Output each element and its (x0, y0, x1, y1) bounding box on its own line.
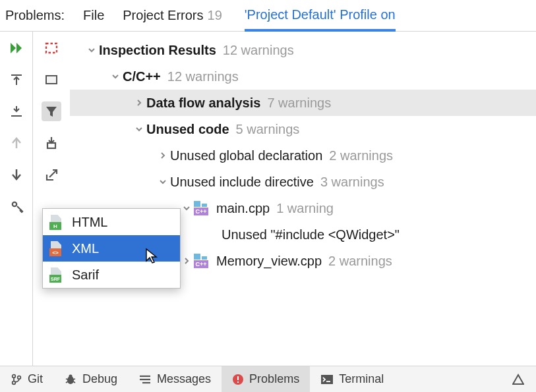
tree-count: 12 warnings (167, 69, 239, 84)
cpp-file-icon: C++ (194, 201, 211, 215)
bug-icon (64, 374, 77, 385)
status-debug[interactable]: Debug (53, 366, 128, 392)
tree-label: Memory_view.cpp (216, 254, 322, 269)
svg-point-14 (13, 381, 16, 384)
tree-label: Unused include directive (170, 175, 314, 190)
terminal-icon (320, 374, 334, 385)
chevron-right-icon[interactable] (132, 99, 146, 107)
status-build[interactable] (502, 366, 536, 392)
svg-point-6 (12, 202, 16, 206)
filter-button[interactable] (42, 101, 61, 121)
tree-label: Inspection Results (99, 43, 216, 58)
chevron-right-icon[interactable] (156, 152, 170, 159)
tree-node-cpp[interactable]: C/C++ 12 warnings (70, 63, 536, 90)
tree-count: 2 warnings (328, 254, 392, 269)
xml-file-icon: <> (49, 241, 64, 256)
tree-label: Unused code (146, 122, 229, 137)
toolbar-right (33, 32, 70, 366)
messages-icon (138, 374, 152, 385)
popup-label: XML (72, 241, 99, 256)
svg-line-12 (49, 170, 57, 177)
tree-count: 2 warnings (329, 148, 393, 163)
tree-label: Data flow analysis (146, 96, 260, 111)
status-label: Terminal (339, 372, 384, 386)
popup-label: HTML (72, 215, 107, 230)
sarif-file-icon: SRF (49, 267, 64, 282)
highlight-button[interactable] (42, 38, 61, 58)
export-html[interactable]: H HTML (43, 209, 180, 235)
problems-label: Problems: (5, 0, 65, 31)
tree-count: 1 warning (276, 201, 334, 216)
git-branch-icon (11, 374, 22, 385)
tree-count: 3 warnings (320, 175, 384, 190)
status-terminal[interactable]: Terminal (310, 366, 394, 392)
tree-label: C/C++ (123, 69, 161, 84)
status-git[interactable]: Git (0, 366, 53, 392)
tab-file[interactable]: File (83, 0, 104, 31)
svg-point-13 (13, 374, 16, 378)
cpp-file-icon: C++ (194, 254, 211, 268)
tab-project-errors[interactable]: Project Errors 19 (123, 0, 222, 31)
tree-root[interactable]: Inspection Results 12 warnings (70, 37, 536, 63)
svg-rect-22 (237, 376, 239, 380)
tree-node-data-flow[interactable]: Data flow analysis 7 warnings (70, 90, 536, 116)
settings-button[interactable] (7, 196, 26, 216)
popup-label: Sarif (72, 267, 99, 283)
import-button[interactable] (42, 133, 61, 153)
html-file-icon: H (49, 215, 64, 229)
tree-label: main.cpp (216, 201, 270, 216)
chevron-down-icon[interactable] (156, 178, 170, 186)
svg-rect-24 (321, 375, 333, 384)
svg-rect-23 (237, 381, 239, 383)
chevron-down-icon[interactable] (108, 72, 123, 80)
export-popup: H HTML <> XML SRF Sarif (42, 208, 181, 289)
status-label: Git (28, 372, 43, 386)
inspection-tree[interactable]: Inspection Results 12 warnings C/C++ 12 … (70, 32, 536, 366)
toolbar-left (0, 32, 33, 366)
chevron-down-icon[interactable] (84, 46, 99, 54)
export-xml[interactable]: <> XML (43, 235, 180, 262)
svg-point-17 (69, 374, 72, 378)
svg-point-15 (18, 376, 21, 379)
chevron-right-icon[interactable] (179, 257, 194, 265)
export-sarif[interactable]: SRF Sarif (43, 262, 180, 288)
expand-all-button[interactable] (7, 70, 26, 90)
status-label: Problems (249, 372, 299, 386)
prev-button[interactable] (7, 133, 26, 153)
next-button[interactable] (7, 165, 26, 184)
tree-node-unused-code[interactable]: Unused code 5 warnings (70, 116, 536, 142)
status-bar: Git Debug Messages Problems Terminal (0, 366, 536, 392)
tree-count: 7 warnings (267, 96, 331, 111)
group-button[interactable] (42, 70, 61, 90)
collapse-all-button[interactable] (7, 101, 26, 121)
status-label: Messages (157, 372, 211, 386)
problems-tabbar: Problems: File Project Errors 19 'Projec… (0, 0, 536, 32)
chevron-down-icon[interactable] (179, 204, 194, 212)
status-messages[interactable]: Messages (128, 366, 222, 392)
svg-rect-9 (47, 76, 56, 83)
export-button[interactable] (42, 165, 61, 184)
tree-node-unused-include[interactable]: Unused include directive 3 warnings (70, 169, 536, 195)
svg-rect-7 (46, 43, 57, 53)
tree-count: 5 warnings (236, 122, 300, 137)
tree-label: Unused global declaration (170, 148, 322, 163)
rerun-button[interactable] (7, 38, 26, 58)
tree-count: 12 warnings (223, 43, 294, 58)
status-problems[interactable]: Problems (222, 366, 310, 392)
tree-node-unused-global[interactable]: Unused global declaration 2 warnings (70, 142, 536, 169)
triangle-icon (512, 374, 524, 385)
tab-inspection-profile[interactable]: 'Project Default' Profile on (245, 1, 396, 32)
error-icon (232, 374, 244, 385)
chevron-down-icon[interactable] (132, 125, 146, 133)
tree-label: Unused "#include <QWidget>" (222, 227, 400, 242)
status-label: Debug (82, 372, 117, 386)
